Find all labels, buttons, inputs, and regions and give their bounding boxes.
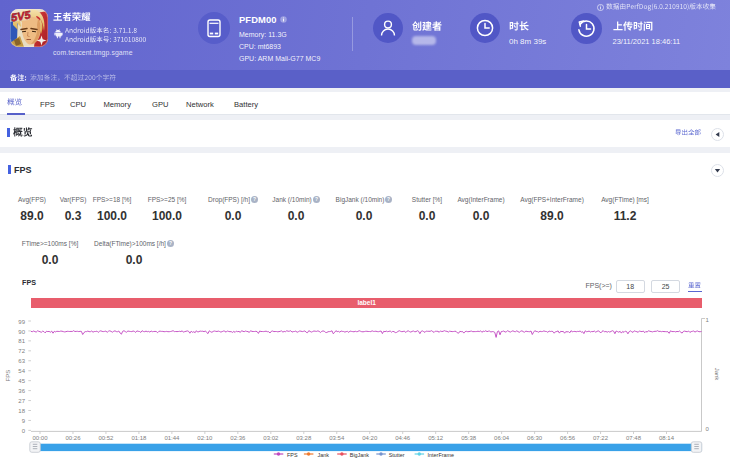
svg-text:InterFrame: InterFrame (428, 452, 454, 458)
svg-text:Jank: Jank (714, 368, 720, 382)
svg-text:06:56: 06:56 (560, 435, 576, 441)
svg-text:00:00: 00:00 (32, 435, 48, 441)
svg-text:45: 45 (18, 378, 25, 384)
svg-text:01:18: 01:18 (131, 435, 147, 441)
svg-text:07:22: 07:22 (593, 435, 609, 441)
svg-text:08:14: 08:14 (659, 435, 675, 441)
svg-text:00:52: 00:52 (98, 435, 114, 441)
svg-text:05:12: 05:12 (428, 435, 444, 441)
svg-text:99: 99 (18, 319, 25, 325)
svg-text:07:48: 07:48 (626, 435, 642, 441)
svg-text:FPS: FPS (5, 370, 11, 382)
svg-text:04:20: 04:20 (362, 435, 378, 441)
svg-text:06:04: 06:04 (494, 435, 510, 441)
svg-text:Stutter: Stutter (389, 452, 405, 458)
svg-text:9: 9 (22, 418, 26, 424)
svg-text:Jank: Jank (318, 452, 330, 458)
svg-text:03:54: 03:54 (329, 435, 345, 441)
svg-text:02:36: 02:36 (230, 435, 246, 441)
svg-text:54: 54 (18, 368, 25, 374)
svg-text:06:30: 06:30 (527, 435, 543, 441)
svg-text:03:02: 03:02 (263, 435, 279, 441)
svg-text:03:28: 03:28 (296, 435, 312, 441)
svg-text:05:38: 05:38 (461, 435, 477, 441)
svg-text:72: 72 (18, 348, 25, 354)
svg-text:01:44: 01:44 (164, 435, 180, 441)
svg-text:18: 18 (18, 408, 25, 414)
svg-text:BigJank: BigJank (350, 452, 369, 458)
svg-text:36: 36 (18, 388, 25, 394)
svg-text:00:26: 00:26 (65, 435, 81, 441)
svg-text:0: 0 (706, 426, 710, 432)
svg-text:63: 63 (18, 358, 25, 364)
svg-text:04:46: 04:46 (395, 435, 411, 441)
svg-text:02:10: 02:10 (197, 435, 213, 441)
svg-text:90: 90 (18, 329, 25, 335)
svg-text:81: 81 (18, 338, 25, 344)
svg-text:1: 1 (706, 317, 710, 323)
svg-text:27: 27 (18, 398, 25, 404)
svg-text:?: ? (169, 241, 172, 246)
svg-text:0: 0 (22, 428, 26, 434)
svg-text:FPS: FPS (287, 452, 298, 458)
